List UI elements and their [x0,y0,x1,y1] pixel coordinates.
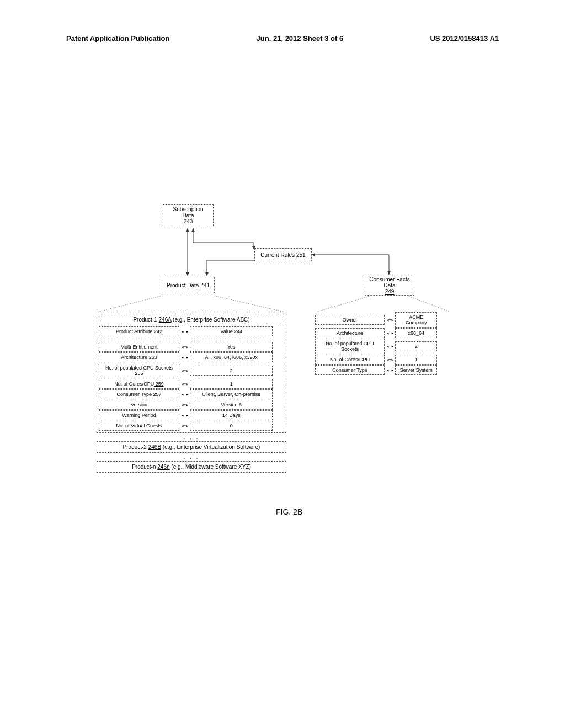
table-row: Owner◂┄▸ACME Company [315,312,453,328]
val-cell: 1 [190,379,273,389]
product-data-label: Product Data [167,282,199,288]
link-arrow-icon: ◂┄▸ [179,413,190,418]
attr-cell: Architecture [315,328,385,338]
consumer-facts-detail: Owner◂┄▸ACME CompanyArchitecture◂┄▸x86_6… [315,312,453,375]
svg-line-3 [317,296,371,312]
subscription-ref: 243 [184,218,193,224]
val-cell: ACME Company [395,312,437,328]
product-n-header: Product-n 246n (e.g., Middleware Softwar… [97,461,286,473]
current-rules-box: Current Rules 251 [254,248,312,261]
table-row: Architecture 253◂┄▸All, x86_64, i686, x3… [99,352,284,362]
link-arrow-icon: ◂┄▸ [179,368,190,373]
link-arrow-icon: ◂┄▸ [385,344,395,349]
product-data-box: Product Data 241 [162,277,215,293]
product1-ref: 246A [159,317,172,323]
column-headers: Product Attribute 242 ◂┄▸ Value 244 [99,326,284,336]
link-arrow-icon: ◂┄▸ [179,392,190,397]
link-arrow-icon: ◂┄▸ [385,357,395,362]
attr-cell: Version [99,400,179,410]
product-detail: Product-1 246A (e.g., Enterprise Softwar… [97,312,286,473]
link-arrow-icon: ◂┄▸ [179,355,190,360]
product-1-header: Product-1 246A (e.g., Enterprise Softwar… [99,314,284,325]
table-row: Consumer Type 257◂┄▸Client, Server, On-p… [99,389,284,399]
attr-cell: Consumer Type [315,365,385,375]
link-arrow-icon: ◂┄▸ [179,344,190,350]
link-arrow-icon: ◂┄▸ [179,423,190,429]
subscription-data-box: Subscription Data 243 [163,204,214,226]
table-row: No. of Cores/CPU◂┄▸1 [315,355,453,365]
val-cell: x86_64 [395,328,437,338]
attr-cell: No. of Cores/CPU [315,355,385,365]
table-row: No. of Cores/CPU 259◂┄▸1 [99,379,284,389]
link-arrow-icon: ◂┄▸ [385,330,395,336]
attr-cell: Warning Period [99,410,179,420]
table-row: No. of populated CPU Sockets◂┄▸2 [315,339,453,354]
attr-cell: Multi-Entitlement [99,342,179,352]
table-row: No. of populated CPU Sockets 255◂┄▸2 [99,363,284,378]
product-1-outline: Product-1 246A (e.g., Enterprise Softwar… [97,312,286,433]
col-attr-header: Product Attribute 242 [99,326,179,336]
table-row: Version◂┄▸Version 6 [99,400,284,410]
product-2-header: Product-2 246B (e.g., Enterprise Virtual… [97,441,286,453]
product-data-ref: 241 [200,282,210,288]
consumer-facts-box: Consumer Facts Data 249 [365,275,414,296]
val-cell: Yes [190,342,273,352]
attr-cell: No. of Virtual Guests [99,421,179,431]
header-center: Jun. 21, 2012 Sheet 3 of 6 [257,34,344,42]
attr-cell: Architecture 253 [99,352,179,362]
attr-cell: Owner [315,315,385,325]
link-arrow-icon: ◂┄▸ [179,402,190,408]
link-arrow-icon: ◂┄▸ [179,329,190,334]
svg-line-1 [99,296,163,312]
val-cell: 2 [395,341,437,351]
current-rules-ref: 251 [296,252,306,258]
val-cell: 1 [395,355,437,365]
val-cell: All, x86_64, i686, x390x [190,352,273,362]
val-cell: Version 6 [190,400,273,410]
current-rules-label: Current Rules [260,252,295,258]
attr-cell: Consumer Type 257 [99,389,179,399]
svg-line-4 [407,296,450,312]
figure-label: FIG. 2B [276,507,302,516]
consumer-facts-ref: 249 [385,288,395,295]
header-right: US 2012/0158413 A1 [430,34,499,42]
subscription-label: Subscription Data [167,206,210,218]
val-cell: 14 Days [190,410,273,420]
val-cell: Server System [395,365,437,375]
consumer-facts-rows: Owner◂┄▸ACME CompanyArchitecture◂┄▸x86_6… [315,312,453,375]
val-cell: 0 [190,421,273,431]
link-arrow-icon: ◂┄▸ [179,381,190,387]
consumer-facts-label: Consumer Facts Data [369,276,411,288]
product-rows: Multi-Entitlement◂┄▸YesArchitecture 253◂… [99,342,284,431]
ellipsis: . . . [97,433,286,441]
col-val-header: Value 244 [190,326,273,336]
product1-suffix: (e.g., Enterprise Software ABC) [173,317,250,323]
val-cell: Client, Server, On-premise [190,389,273,399]
table-row: Architecture◂┄▸x86_64 [315,328,453,338]
link-arrow-icon: ◂┄▸ [385,317,395,323]
table-row: Warning Period◂┄▸14 Days [99,410,284,420]
header-left: Patent Application Publication [66,34,169,42]
attr-cell: No. of populated CPU Sockets 255 [99,363,179,378]
product1-prefix: Product-1 [133,317,157,323]
attr-cell: No. of populated CPU Sockets [315,339,385,354]
table-row: No. of Virtual Guests◂┄▸0 [99,421,284,431]
page-header: Patent Application Publication Jun. 21, … [66,34,499,42]
svg-line-2 [214,296,283,312]
link-arrow-icon: ◂┄▸ [385,367,395,373]
table-row: Consumer Type◂┄▸Server System [315,365,453,375]
table-row: Multi-Entitlement◂┄▸Yes [99,342,284,352]
ellipsis: . . . [97,453,286,461]
attr-cell: No. of Cores/CPU 259 [99,379,179,389]
val-cell: 2 [190,366,273,376]
